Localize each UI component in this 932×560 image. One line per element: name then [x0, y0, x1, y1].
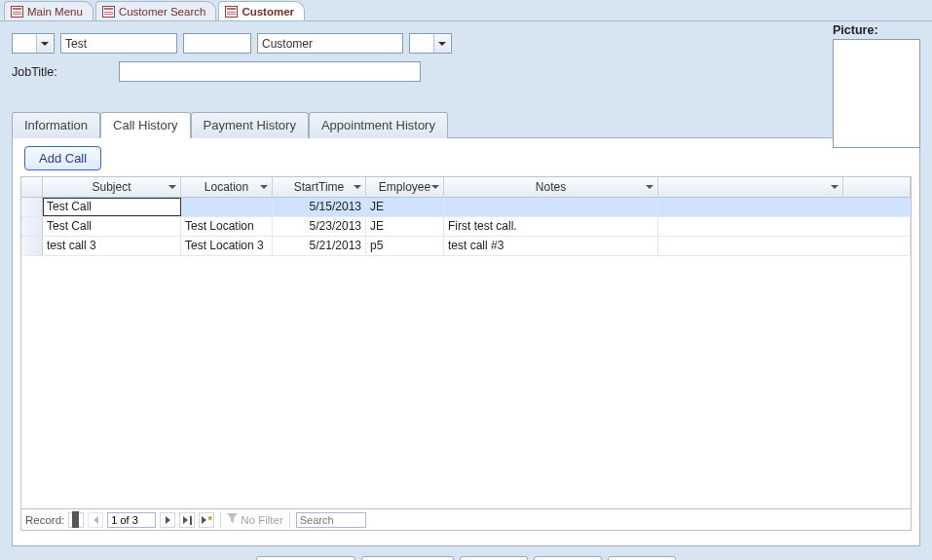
last-name-field[interactable]: Customer: [257, 33, 403, 54]
doc-tab-customer[interactable]: Customer: [218, 1, 305, 20]
svg-rect-5: [104, 8, 113, 10]
col-header-blank[interactable]: [843, 177, 911, 197]
svg-rect-6: [104, 12, 113, 13]
tab-appointment-history[interactable]: Appointment History: [309, 112, 448, 138]
jobtitle-field[interactable]: [119, 61, 421, 82]
col-header-employee[interactable]: Employee: [366, 177, 444, 197]
cell-blank[interactable]: [658, 217, 911, 236]
svg-rect-7: [104, 14, 113, 15]
sort-icon: [431, 185, 439, 189]
cell-notes[interactable]: [444, 198, 658, 216]
row-selector[interactable]: [21, 217, 43, 236]
table-row[interactable]: Test Call Test Location 5/23/2013 JE Fir…: [21, 217, 911, 237]
cell-employee[interactable]: p5: [366, 237, 444, 255]
doc-tab-label: Main Menu: [27, 6, 83, 18]
tab-call-history[interactable]: Call History: [100, 112, 190, 138]
jobtitle-row: JobTitle:: [12, 61, 920, 82]
delete-button[interactable]: Delete: [460, 556, 528, 560]
doc-tab-label: Customer Search: [119, 6, 205, 18]
picture-frame[interactable]: [833, 39, 920, 148]
record-label: Record:: [25, 514, 64, 526]
cell-subject[interactable]: test call 3: [43, 237, 181, 255]
suffix-combo[interactable]: [409, 33, 452, 54]
cell-subject[interactable]: Test Call: [43, 217, 181, 236]
col-header-label: Subject: [92, 180, 130, 194]
save-close-button[interactable]: Save & Close: [256, 556, 355, 560]
funnel-icon: [227, 513, 238, 526]
cell-subject[interactable]: Test Call: [43, 198, 181, 216]
tab-payment-history[interactable]: Payment History: [191, 112, 309, 138]
filter-indicator[interactable]: No Filter: [227, 513, 282, 526]
nav-next-button[interactable]: [160, 512, 175, 528]
detail-tabs: Information Call History Payment History…: [12, 111, 920, 546]
first-name-value: Test: [65, 37, 87, 51]
nav-last-button[interactable]: [179, 512, 195, 528]
tab-information[interactable]: Information: [12, 112, 100, 138]
cell-employee[interactable]: JE: [366, 198, 444, 216]
cell-notes[interactable]: First test call.: [444, 217, 658, 236]
picture-label: Picture:: [833, 23, 920, 37]
sort-icon: [646, 185, 653, 189]
dropdown-icon[interactable]: [433, 34, 450, 53]
col-header-label: StartTime: [294, 180, 345, 194]
cell-location[interactable]: Test Location 3: [181, 237, 273, 255]
calls-datasheet: Subject Location StartTime Employee Note…: [20, 176, 912, 509]
separator: [220, 512, 221, 528]
doc-tab-label: Customer: [242, 6, 294, 18]
cell-blank[interactable]: [658, 198, 911, 216]
col-header-location[interactable]: Location: [181, 177, 273, 197]
separator: [289, 512, 290, 528]
record-position-input[interactable]: [107, 512, 156, 528]
svg-rect-9: [227, 8, 236, 10]
prefix-input[interactable]: [13, 34, 36, 53]
sort-icon: [260, 185, 268, 189]
form-icon: [225, 6, 238, 18]
customer-form: Picture: Test Customer JobTitle: Informa…: [0, 21, 932, 560]
form-icon: [102, 6, 115, 18]
cell-starttime[interactable]: 5/23/2013: [273, 217, 366, 236]
cell-notes[interactable]: test call #3: [444, 237, 658, 255]
col-header-notes[interactable]: Notes: [444, 177, 658, 197]
col-header-subject[interactable]: Subject: [43, 177, 181, 197]
nav-new-button[interactable]: [199, 512, 214, 528]
col-header-blank[interactable]: [658, 177, 843, 197]
middle-name-field[interactable]: [183, 33, 251, 54]
col-header-label: Notes: [536, 180, 566, 194]
svg-rect-2: [13, 12, 21, 13]
add-call-button[interactable]: Add Call: [24, 146, 101, 170]
doc-tab-main-menu[interactable]: Main Menu: [4, 1, 93, 20]
select-all-corner[interactable]: [21, 177, 43, 197]
col-header-label: Employee: [379, 180, 430, 194]
table-row[interactable]: test call 3 Test Location 3 5/21/2013 p5…: [21, 237, 911, 256]
cell-location[interactable]: [181, 198, 273, 216]
datasheet-search-input[interactable]: [296, 512, 366, 528]
row-selector[interactable]: [21, 198, 43, 216]
cell-blank[interactable]: [658, 237, 911, 255]
svg-rect-1: [13, 8, 21, 10]
sort-icon: [354, 185, 361, 189]
nav-prev-button[interactable]: [88, 512, 103, 528]
dropdown-icon[interactable]: [36, 34, 53, 53]
picture-section: Picture:: [833, 23, 920, 148]
name-row: Test Customer: [12, 33, 920, 54]
cancel-button[interactable]: Cancel: [534, 556, 602, 560]
row-selector[interactable]: [21, 237, 43, 255]
jobtitle-label: JobTitle:: [12, 65, 57, 79]
first-name-field[interactable]: Test: [60, 33, 177, 54]
doc-tab-customer-search[interactable]: Customer Search: [95, 1, 216, 20]
cell-starttime[interactable]: 5/21/2013: [273, 237, 366, 255]
cell-employee[interactable]: JE: [366, 217, 444, 236]
cell-location[interactable]: Test Location: [181, 217, 273, 236]
table-row[interactable]: Test Call 5/15/2013 JE: [21, 198, 911, 217]
cell-starttime[interactable]: 5/15/2013: [273, 198, 366, 216]
detail-tabstrip: Information Call History Payment History…: [12, 111, 920, 137]
save-new-button[interactable]: Save & New: [361, 556, 454, 560]
nav-first-button[interactable]: [68, 512, 84, 528]
prefix-combo[interactable]: [12, 33, 55, 54]
col-header-starttime[interactable]: StartTime: [273, 177, 366, 197]
col-header-label: Location: [205, 180, 248, 194]
suffix-input[interactable]: [410, 34, 433, 53]
document-tab-strip: Main Menu Customer Search Customer: [0, 0, 932, 21]
svg-rect-10: [227, 12, 236, 13]
print-button[interactable]: Print: [608, 556, 676, 560]
